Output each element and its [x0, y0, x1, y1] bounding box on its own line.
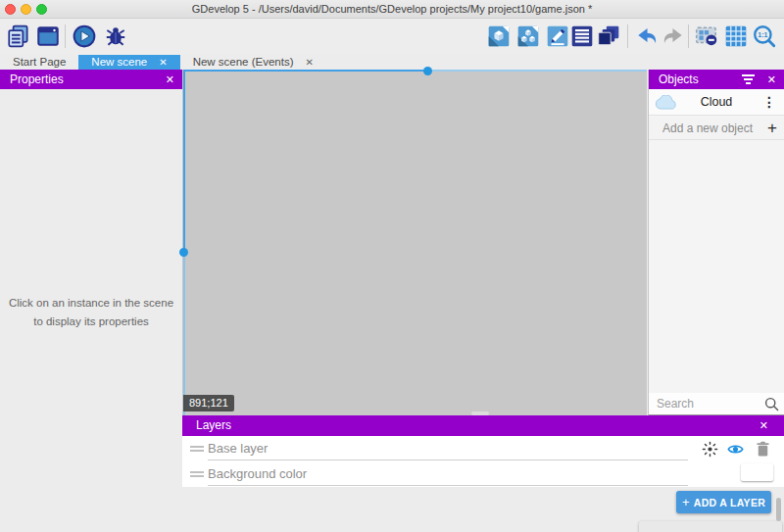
add-object-row[interactable]: Add a new object + [649, 117, 784, 140]
window-title: GDevelop 5 - /Users/david/Documents/GDev… [0, 0, 784, 19]
objects-panel-header: Objects ✕ [649, 70, 784, 89]
layers-panel-title: Layers [196, 418, 231, 432]
open-instances-list-button[interactable] [568, 23, 596, 50]
object-more-menu-icon[interactable]: ⋮ [762, 89, 776, 116]
plus-icon: + [767, 117, 777, 140]
open-object-groups-editor-button[interactable] [514, 23, 542, 50]
properties-panel: Properties ✕ Click on an instance in the… [0, 70, 183, 532]
start-page-button[interactable] [34, 23, 62, 50]
close-icon[interactable]: ✕ [760, 415, 768, 436]
vertical-scrollbar-thumb[interactable] [776, 498, 781, 521]
gdevelop-window: GDevelop 5 - /Users/david/Documents/GDev… [0, 0, 784, 532]
selection-resize-handle-top[interactable] [423, 67, 432, 75]
add-lighting-layer-button[interactable]: +ADD LIGHTING LAYER [639, 521, 782, 532]
redo-button[interactable] [660, 23, 687, 50]
launch-preview-button[interactable] [71, 23, 98, 50]
close-icon[interactable]: ✕ [767, 70, 776, 89]
tab-start-page[interactable]: Start Page [0, 55, 78, 70]
drag-handle-icon[interactable] [190, 471, 204, 477]
scene-canvas[interactable]: 891;121 [183, 70, 647, 415]
properties-panel-title: Properties [10, 73, 64, 86]
add-layer-button[interactable]: +ADD A LAYER [676, 491, 771, 513]
editor-tabbar: Start Page New scene ✕ New scene (Events… [0, 55, 784, 70]
layer-row-background-color: Background color [182, 461, 784, 487]
objects-editor-icon [486, 24, 512, 49]
objects-search-bar [649, 393, 784, 415]
toolbar-separator [688, 24, 689, 48]
toolbar-separator [627, 24, 628, 48]
redo-icon [661, 24, 686, 49]
open-objects-editor-button[interactable] [485, 23, 513, 50]
drag-handle-icon[interactable] [190, 446, 204, 452]
layer-row-base: Base layer [182, 436, 784, 461]
layer-name-field[interactable]: Background color [208, 461, 307, 486]
layer-visibility-eye-icon[interactable] [727, 441, 744, 458]
grid-icon [723, 24, 749, 49]
layer-name-field[interactable]: Base layer [208, 436, 268, 460]
field-underline [208, 485, 688, 486]
selection-edge-left-faint [183, 253, 185, 415]
delete-layer-trash-icon[interactable] [755, 441, 771, 458]
plus-icon: + [682, 495, 690, 509]
background-color-swatch[interactable] [741, 463, 773, 481]
filter-icon[interactable] [742, 74, 755, 84]
field-underline [208, 459, 688, 460]
layers-panel: Layers ✕ Base layer [182, 415, 784, 532]
properties-empty-message: Click on an instance in the scene to dis… [0, 294, 182, 331]
objects-panel-title: Objects [659, 73, 699, 86]
close-tab-icon[interactable]: ✕ [306, 55, 314, 70]
main-toolbar: 1:1 [0, 20, 784, 55]
objects-panel: Objects ✕ Cloud ⋮ Add a new object + [648, 70, 784, 415]
tab-new-scene-events[interactable]: New scene (Events) ✕ [180, 55, 326, 70]
open-scene-properties-button[interactable] [544, 23, 571, 50]
selection-edge-top-faint [428, 70, 647, 72]
objects-search-input[interactable] [657, 395, 755, 412]
cursor-coordinates-label: 891;121 [183, 395, 234, 411]
window-mask-icon [694, 24, 719, 49]
undo-icon [634, 24, 660, 49]
close-tab-icon[interactable]: ✕ [159, 55, 167, 70]
zoom-original-button[interactable]: 1:1 [751, 23, 778, 50]
layers-panel-header: Layers ✕ [182, 415, 784, 436]
toggle-window-mask-button[interactable] [693, 23, 720, 50]
undo-button[interactable] [633, 23, 661, 50]
layers-stack-icon [596, 24, 621, 49]
project-manager-icon [6, 24, 31, 49]
titlebar: GDevelop 5 - /Users/david/Documents/GDev… [0, 0, 784, 19]
zoom-1-1-icon: 1:1 [752, 24, 777, 49]
bug-icon [103, 24, 128, 49]
object-groups-icon [515, 24, 541, 49]
search-icon [764, 397, 779, 411]
launch-debugger-button[interactable] [102, 23, 129, 50]
properties-pencil-icon [545, 24, 570, 49]
project-manager-button[interactable] [5, 23, 32, 50]
toggle-grid-button[interactable] [722, 23, 750, 50]
close-icon[interactable]: ✕ [166, 70, 174, 89]
app-window-icon [35, 24, 61, 49]
open-layers-editor-button[interactable] [595, 23, 622, 50]
play-icon [72, 24, 97, 49]
selection-resize-handle-left[interactable] [179, 248, 188, 257]
plus-icon: + [647, 529, 655, 532]
instances-list-icon [569, 24, 595, 49]
object-list-item-cloud[interactable]: Cloud ⋮ [649, 89, 784, 116]
toolbar-separator [65, 24, 66, 48]
svg-text:1:1: 1:1 [758, 31, 767, 38]
properties-panel-header: Properties ✕ [0, 70, 182, 89]
selection-edge-left [183, 70, 185, 253]
layer-effects-icon[interactable] [702, 441, 718, 458]
tab-new-scene[interactable]: New scene ✕ [78, 55, 179, 70]
selection-edge-top [183, 70, 428, 72]
